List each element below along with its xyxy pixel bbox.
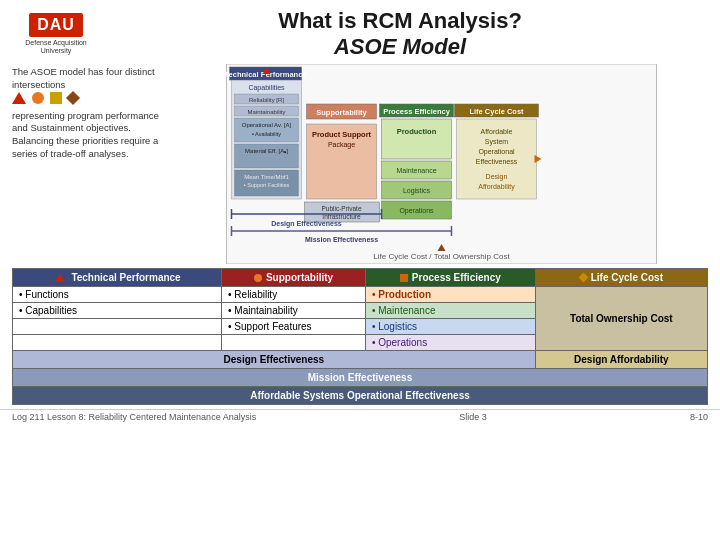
supportability-header: Supportability (222, 269, 366, 287)
svg-text:• Support Facilities: • Support Facilities (244, 182, 290, 188)
empty-support-cell (222, 335, 366, 351)
intro-text: The ASOE model has four distinct interse… (12, 66, 167, 92)
svg-text:Mean Time/Mbf1: Mean Time/Mbf1 (244, 174, 289, 180)
svg-text:Operational Av. [A]: Operational Av. [A] (242, 122, 292, 128)
affordable-cell: Affordable Systems Operational Effective… (13, 387, 708, 405)
diagram-svg: Life Cycle Cost / Total Ownership Cost F… (175, 64, 708, 264)
asoe-table: Technical Performance Supportability Pro… (12, 268, 708, 405)
svg-text:Capabilities: Capabilities (248, 84, 285, 92)
empty-tech-cell (13, 319, 222, 335)
functions-cell: • Functions (13, 287, 222, 303)
svg-text:Affordability: Affordability (478, 183, 515, 191)
tech-perf-header: Technical Performance (13, 269, 222, 287)
design-eff-row: Design Effectiveness Design Affordabilit… (13, 351, 708, 369)
svg-text:Product Support: Product Support (312, 130, 372, 139)
svg-text:Maintainability: Maintainability (247, 109, 285, 115)
logistics-cell: • Logistics (365, 319, 535, 335)
svg-text:• Availability: • Availability (252, 131, 281, 137)
svg-text:Logistics: Logistics (403, 187, 431, 195)
footer-left: Log 211 Lesson 8: Reliability Centered M… (12, 412, 256, 422)
mission-eff-row: Mission Effectiveness (13, 369, 708, 387)
svg-text:Life Cycle Cost: Life Cycle Cost (469, 107, 524, 116)
triangle-symbol (12, 92, 26, 104)
asoe-diagram: Life Cycle Cost / Total Ownership Cost F… (175, 64, 708, 264)
page-footer: Log 211 Lesson 8: Reliability Centered M… (0, 409, 720, 424)
capabilities-cell: • Capabilities (13, 303, 222, 319)
operations-cell: • Operations (365, 335, 535, 351)
dau-logo: DAU (29, 13, 83, 37)
svg-text:Maintenance: Maintenance (396, 167, 436, 174)
affordable-row: Affordable Systems Operational Effective… (13, 387, 708, 405)
title-area: What is RCM Analysis? ASOE Model (96, 8, 704, 60)
svg-text:Design: Design (486, 173, 508, 181)
maintainability-cell: • Maintainability (222, 303, 366, 319)
table-section: Technical Performance Supportability Pro… (12, 268, 708, 405)
svg-text:Reliability [R]: Reliability [R] (249, 97, 284, 103)
up-arrow-icon (55, 274, 65, 282)
symbols-row (12, 92, 167, 104)
square-icon (400, 274, 408, 282)
toc-cell: Total Ownership Cost (535, 287, 707, 351)
logo-area: DAU Defense Acquisition University (16, 9, 96, 59)
page-title: What is RCM Analysis? ASOE Model (96, 8, 704, 60)
diamond-symbol (66, 91, 80, 105)
production-cell: • Production (365, 287, 535, 303)
design-afford-cell: Design Affordability (535, 351, 707, 369)
logo-subtitle: Defense Acquisition University (16, 39, 96, 56)
footer-page: 8-10 (690, 412, 708, 422)
top-content: The ASOE model has four distinct interse… (0, 64, 720, 264)
table-row: • Functions • Reliability • Production T… (13, 287, 708, 303)
svg-text:Effectiveness: Effectiveness (476, 158, 518, 165)
svg-text:Production: Production (397, 127, 437, 136)
mission-eff-cell: Mission Effectiveness (13, 369, 708, 387)
maintenance-cell: • Maintenance (365, 303, 535, 319)
lifecycle-cost-header: Life Cycle Cost (535, 269, 707, 287)
empty-tech-cell2 (13, 335, 222, 351)
reliability-cell: • Reliability (222, 287, 366, 303)
diamond-icon (578, 273, 588, 283)
svg-text:Design Effectiveness: Design Effectiveness (271, 220, 342, 228)
left-description: The ASOE model has four distinct interse… (12, 64, 167, 264)
circle-icon (254, 274, 262, 282)
process-eff-header: Process Efficiency (365, 269, 535, 287)
body-text: representing program performance and Sus… (12, 110, 167, 161)
table-header-row: Technical Performance Supportability Pro… (13, 269, 708, 287)
support-features-cell: • Support Features (222, 319, 366, 335)
square-symbol (50, 92, 62, 104)
page-header: DAU Defense Acquisition University What … (0, 0, 720, 64)
svg-text:Operations: Operations (399, 207, 434, 215)
svg-text:Supportability: Supportability (316, 108, 367, 117)
svg-text:Affordable: Affordable (481, 128, 513, 135)
svg-rect-22 (382, 119, 452, 159)
svg-text:Operational: Operational (478, 148, 515, 156)
svg-text:System: System (485, 138, 509, 146)
svg-text:Public-Private: Public-Private (321, 205, 361, 212)
svg-text:Material Eff. [A₂]: Material Eff. [A₂] (245, 148, 288, 154)
circle-symbol (32, 92, 44, 104)
svg-text:Mission Effectiveness: Mission Effectiveness (305, 236, 378, 243)
svg-text:Process Efficiency: Process Efficiency (383, 107, 451, 116)
design-eff-cell: Design Effectiveness (13, 351, 536, 369)
svg-text:Package: Package (328, 141, 355, 149)
svg-text:Life Cycle Cost / Total Owners: Life Cycle Cost / Total Ownership Cost (373, 252, 510, 261)
footer-slide: Slide 3 (459, 412, 487, 422)
